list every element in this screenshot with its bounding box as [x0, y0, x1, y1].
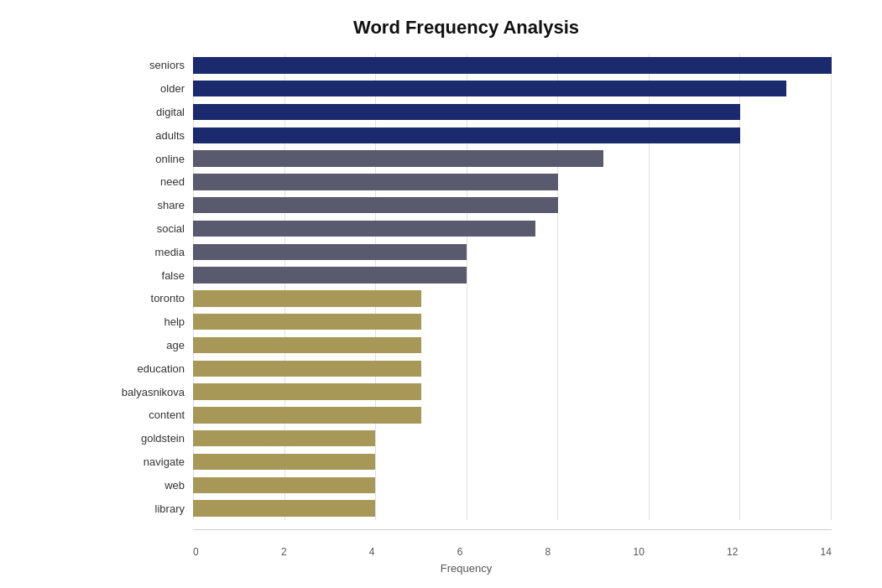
bar-fill — [193, 477, 375, 493]
bar-fill — [193, 104, 740, 120]
bar-fill — [193, 454, 375, 470]
bar-track — [193, 454, 832, 470]
bar-track — [193, 500, 832, 516]
bar-row: toronto — [101, 287, 832, 310]
bar-track — [193, 127, 832, 143]
bar-label: older — [101, 82, 193, 95]
bar-label: online — [101, 153, 193, 165]
x-tick: 0 — [193, 546, 199, 558]
bar-label: need — [101, 175, 193, 188]
x-tick: 12 — [727, 546, 738, 558]
bar-track — [193, 361, 832, 377]
bar-label: media — [101, 246, 193, 258]
bar-track — [193, 244, 832, 260]
bar-fill — [193, 127, 740, 143]
bar-label: help — [101, 315, 193, 328]
bar-track — [193, 314, 832, 330]
bar-row: help — [101, 310, 832, 334]
x-tick: 8 — [545, 546, 551, 558]
bar-label: digital — [101, 106, 193, 118]
x-tick: 6 — [457, 546, 463, 558]
bar-fill — [193, 407, 421, 423]
bar-row: older — [101, 77, 832, 101]
bar-track — [193, 430, 832, 446]
bar-row: seniors — [101, 54, 832, 77]
bar-label: toronto — [101, 292, 193, 304]
bar-row: education — [101, 356, 832, 380]
bar-label: goldstein — [101, 432, 193, 445]
x-tick: 2 — [281, 546, 287, 558]
bar-label: library — [101, 502, 193, 515]
bar-fill — [193, 174, 558, 190]
bar-track — [193, 197, 832, 213]
x-tick: 4 — [369, 546, 375, 558]
bar-row: adults — [101, 123, 832, 147]
bar-row: age — [101, 334, 832, 357]
bars-wrapper: seniorsolderdigitaladultsonlineneedshare… — [101, 54, 832, 520]
bar-row: content — [101, 403, 832, 427]
bar-track — [193, 221, 832, 237]
bar-track — [193, 477, 832, 493]
bar-label: share — [101, 199, 193, 211]
bar-track — [193, 174, 832, 190]
bar-label: false — [101, 269, 193, 282]
bar-track — [193, 407, 832, 423]
bar-row: digital — [101, 101, 832, 124]
bar-label: adults — [101, 129, 193, 142]
bar-fill — [193, 430, 375, 446]
chart-container: Word Frequency Analysis seniorsolderdigi… — [0, 0, 882, 588]
bar-fill — [193, 290, 421, 306]
bar-row: false — [101, 263, 832, 287]
bar-row: need — [101, 170, 832, 194]
bar-fill — [193, 221, 535, 237]
bar-track — [193, 104, 832, 120]
bar-row: share — [101, 194, 832, 217]
bar-fill — [193, 150, 603, 166]
bar-fill — [193, 81, 786, 96]
bar-track — [193, 290, 832, 306]
bar-track — [193, 57, 832, 73]
bar-label: education — [101, 362, 193, 375]
bar-fill — [193, 267, 467, 283]
bar-label: seniors — [101, 59, 193, 71]
bar-label: web — [101, 479, 193, 492]
bar-row: balyasnikova — [101, 380, 832, 403]
x-axis-label: Frequency — [101, 562, 832, 575]
bar-track — [193, 383, 832, 399]
x-axis: 02468101214 — [193, 546, 832, 558]
x-tick: 14 — [821, 546, 832, 558]
bar-label: age — [101, 339, 193, 351]
bar-row: navigate — [101, 450, 832, 474]
chart-title: Word Frequency Analysis — [101, 17, 832, 39]
bar-fill — [193, 57, 832, 73]
bar-track — [193, 150, 832, 166]
x-axis-line — [193, 529, 832, 530]
bar-track — [193, 337, 832, 353]
bar-row: goldstein — [101, 427, 832, 450]
bar-fill — [193, 500, 375, 516]
bar-fill — [193, 244, 467, 260]
x-tick: 10 — [633, 546, 644, 558]
bar-row: library — [101, 497, 832, 520]
bar-fill — [193, 314, 421, 330]
bar-row: social — [101, 217, 832, 241]
bar-track — [193, 267, 832, 283]
bar-fill — [193, 383, 421, 399]
bar-label: navigate — [101, 455, 193, 468]
bar-fill — [193, 197, 558, 213]
bar-track — [193, 81, 832, 96]
bar-fill — [193, 337, 421, 353]
bar-fill — [193, 361, 421, 377]
bar-row: media — [101, 240, 832, 263]
bar-row: online — [101, 147, 832, 170]
bar-row: web — [101, 473, 832, 497]
bar-label: social — [101, 222, 193, 235]
bar-label: balyasnikova — [101, 386, 193, 398]
bar-label: content — [101, 408, 193, 421]
